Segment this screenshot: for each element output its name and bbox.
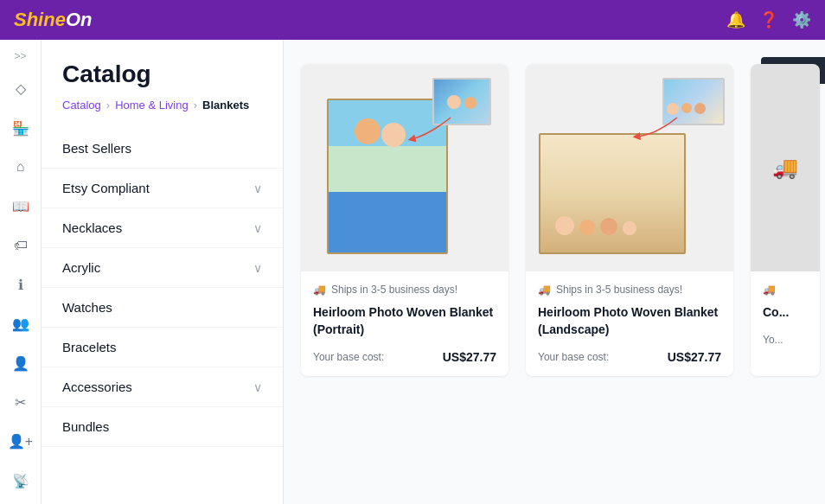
breadcrumb: Catalog › Home & Living › Blankets bbox=[42, 99, 283, 129]
ships-info-portrait: 🚚 Ships in 3-5 business days! bbox=[313, 284, 496, 296]
price-label-portrait: Your base cost: bbox=[313, 351, 384, 363]
main-layout: >> ◇ 🏪 ⌂ 📖 🏷 ℹ 👥 👤 ✂ 👤+ 📡 Catalog Catalo… bbox=[0, 40, 825, 504]
truck-icon-3: 🚚 bbox=[772, 156, 798, 180]
sidebar-item-tag[interactable]: 🏷 bbox=[7, 233, 35, 258]
price-label-third: Yo... bbox=[763, 334, 783, 346]
truck-icon-4: 🚚 bbox=[763, 284, 776, 296]
price-row-portrait: Your base cost: US$27.77 bbox=[313, 350, 496, 364]
product-name-portrait: Heirloom Photo Woven Blanket (Portrait) bbox=[313, 304, 496, 338]
product-name-third: Co... bbox=[763, 304, 808, 322]
menu-item-acrylic[interactable]: Acrylic ∨ bbox=[42, 248, 283, 288]
breadcrumb-catalog[interactable]: Catalog bbox=[62, 99, 101, 112]
menu-item-watches[interactable]: Watches bbox=[42, 288, 283, 328]
product-name-landscape: Heirloom Photo Woven Blanket (Landscape) bbox=[538, 304, 721, 338]
sidebar-item-team[interactable]: 👥 bbox=[7, 311, 35, 336]
catalog-menu: Catalog Catalog › Home & Living › Blanke… bbox=[42, 40, 284, 504]
logo: ShineOn bbox=[14, 9, 92, 31]
product-image-landscape bbox=[526, 64, 733, 271]
product-card-landscape[interactable]: 🚚 Ships in 3-5 business days! Heirloom P… bbox=[526, 64, 733, 376]
content-area: Catalog Catalog › Home & Living › Blanke… bbox=[42, 40, 825, 504]
product-info-landscape: 🚚 Ships in 3-5 business days! Heirloom P… bbox=[526, 271, 733, 376]
sidebar-item-profile[interactable]: 👤 bbox=[7, 351, 35, 376]
product-card-portrait[interactable]: 🚚 Ships in 3-5 business days! Heirloom P… bbox=[301, 64, 508, 376]
photo-overlay-landscape bbox=[662, 78, 725, 125]
bell-icon[interactable]: 🔔 bbox=[726, 10, 745, 29]
menu-item-best-sellers[interactable]: Best Sellers bbox=[42, 129, 283, 169]
portrait-photo bbox=[329, 100, 446, 252]
ships-info-landscape: 🚚 Ships in 3-5 business days! bbox=[538, 284, 721, 296]
sidebar: >> ◇ 🏪 ⌂ 📖 🏷 ℹ 👥 👤 ✂ 👤+ 📡 bbox=[0, 40, 42, 504]
menu-item-necklaces[interactable]: Necklaces ∨ bbox=[42, 208, 283, 248]
sidebar-item-store[interactable]: 🏪 bbox=[7, 115, 35, 140]
menu-item-bracelets[interactable]: Bracelets bbox=[42, 328, 283, 367]
product-image-portrait bbox=[301, 64, 508, 271]
blanket-landscape-image bbox=[539, 133, 686, 254]
photo-overlay-portrait bbox=[432, 78, 491, 125]
sidebar-item-diamond[interactable]: ◇ bbox=[7, 76, 35, 101]
overlay-photo bbox=[434, 80, 489, 124]
price-row-landscape: Your base cost: US$27.77 bbox=[538, 350, 721, 364]
breadcrumb-sep-2: › bbox=[194, 99, 197, 112]
expand-button[interactable]: >> bbox=[14, 50, 26, 62]
menu-item-bundles[interactable]: Bundles bbox=[42, 407, 283, 447]
catalog-title: Catalog bbox=[42, 61, 283, 99]
sidebar-item-add-user[interactable]: 👤+ bbox=[7, 429, 35, 454]
navbar: ShineOn 🔔 ❓ ⚙️ bbox=[0, 0, 825, 40]
product-image-third: 🚚 bbox=[751, 64, 820, 271]
breadcrumb-sep-1: › bbox=[106, 99, 110, 112]
navbar-icons: 🔔 ❓ ⚙️ bbox=[726, 10, 811, 29]
price-label-landscape: Your base cost: bbox=[538, 351, 609, 363]
sidebar-item-radio[interactable]: 📡 bbox=[7, 469, 35, 494]
truck-icon-2: 🚚 bbox=[538, 284, 551, 296]
product-info-third: 🚚 Co... Yo... bbox=[751, 271, 820, 358]
price-value-portrait: US$27.77 bbox=[443, 350, 496, 364]
products-grid: 🚚 Ships in 3-5 business days! Heirloom P… bbox=[301, 57, 808, 376]
chevron-down-icon: ∨ bbox=[253, 221, 262, 235]
sidebar-item-info[interactable]: ℹ bbox=[7, 272, 35, 297]
settings-icon[interactable]: ⚙️ bbox=[792, 10, 811, 29]
price-row-third: Yo... bbox=[763, 334, 808, 346]
breadcrumb-current: Blankets bbox=[202, 99, 249, 112]
chevron-down-icon: ∨ bbox=[253, 182, 262, 195]
sidebar-item-home[interactable]: ⌂ bbox=[7, 155, 35, 180]
ships-info-third: 🚚 bbox=[763, 284, 808, 296]
truck-icon: 🚚 bbox=[313, 284, 326, 296]
menu-item-accessories[interactable]: Accessories ∨ bbox=[42, 367, 283, 407]
blanket-portrait-image bbox=[327, 99, 448, 254]
price-value-landscape: US$27.77 bbox=[668, 350, 721, 364]
product-info-portrait: 🚚 Ships in 3-5 business days! Heirloom P… bbox=[301, 271, 508, 376]
menu-item-etsy[interactable]: Etsy Compliant ∨ bbox=[42, 169, 283, 208]
chevron-down-icon: ∨ bbox=[253, 261, 262, 275]
breadcrumb-home-living[interactable]: Home & Living bbox=[115, 99, 189, 112]
sidebar-item-tools[interactable]: ✂ bbox=[7, 390, 35, 415]
sidebar-item-catalog[interactable]: 📖 bbox=[7, 194, 35, 219]
product-card-third[interactable]: 🚚 🚚 Co... Yo... bbox=[751, 64, 820, 376]
help-icon[interactable]: ❓ bbox=[759, 10, 778, 29]
chevron-down-icon: ∨ bbox=[253, 380, 262, 394]
main-content: List Vi... bbox=[284, 40, 825, 504]
